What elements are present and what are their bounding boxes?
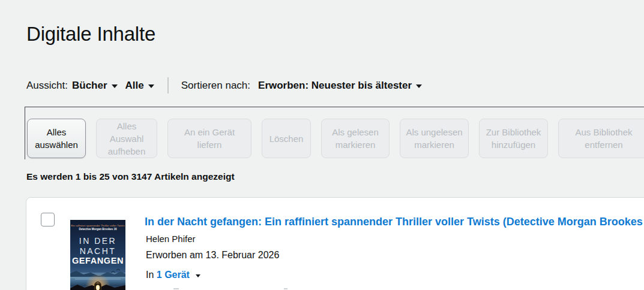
bulk-actions-row: Alles auswählen Alles Auswahl aufheben A…	[27, 119, 644, 158]
view-scope-dropdown[interactable]: Alle	[125, 80, 154, 92]
view-type-value: Bücher	[72, 80, 107, 92]
chevron-down-icon	[416, 84, 422, 88]
delete-button: Löschen	[262, 119, 311, 158]
remove-from-library-button: Aus Bibliothek entfernen	[558, 119, 644, 158]
cover-tagline: Ein raffiniert spannender Thriller volle…	[70, 224, 125, 227]
book-author: Helen Phifer	[146, 234, 196, 244]
filter-sort-bar: Aussicht: Bücher Alle Sortieren nach: Er…	[26, 77, 422, 93]
sort-group: Sortieren nach:	[181, 80, 254, 92]
deliver-to-device-button: An ein Gerät liefern	[167, 119, 251, 158]
cover-title-line-1: IN DER	[70, 236, 125, 246]
chevron-down-icon	[112, 84, 118, 88]
view-type-dropdown[interactable]: Bücher	[72, 80, 118, 92]
chevron-down-icon[interactable]	[196, 274, 200, 277]
device-count-link[interactable]: 1 Gerät	[157, 270, 190, 280]
sort-label: Sortieren nach:	[181, 80, 250, 91]
mark-as-unread-button: Als ungelesen markieren	[400, 119, 469, 158]
acquired-date-text: Erworben am 13. Februar 2026	[146, 250, 279, 261]
devices-row: In 1 Gerät	[146, 270, 200, 280]
cover-title-line-3: GEFANGEN	[70, 256, 125, 265]
page-title: Digitale Inhalte	[26, 23, 155, 46]
add-to-library-button: Zur Bibliothek hinzufügen	[479, 119, 548, 158]
view-scope-value: Alle	[125, 80, 144, 92]
sort-dropdown[interactable]: Erworben: Neuester bis ältester	[258, 80, 422, 92]
bulk-actions-toolbar: Alles auswählen Alles Auswahl aufheben A…	[25, 107, 644, 159]
book-cover-thumbnail[interactable]: Ein raffiniert spannender Thriller volle…	[70, 220, 125, 290]
vertical-divider	[167, 77, 169, 93]
devices-prefix: In	[146, 270, 154, 280]
view-label: Aussicht:	[26, 80, 68, 92]
cover-series-text: Detective Morgan Brookes 16	[70, 228, 125, 231]
item-checkbox[interactable]	[41, 213, 55, 226]
chevron-down-icon	[148, 84, 154, 88]
sort-value: Erworben: Neuester bis ältester	[258, 80, 412, 92]
cover-scenery-art	[70, 268, 125, 290]
book-title-link[interactable]: In der Nacht gefangen: Ein raffiniert sp…	[145, 216, 644, 228]
clipped-next-row-hint	[284, 288, 287, 289]
results-count-text: Es werden 1 bis 25 von 3147 Artikeln ang…	[26, 171, 235, 182]
mark-as-read-button: Als gelesen markieren	[321, 119, 390, 158]
content-item-card: Ein raffiniert spannender Thriller volle…	[26, 197, 644, 290]
cover-title-line-2: NACHT	[70, 246, 125, 256]
deselect-all-button: Alles Auswahl aufheben	[96, 119, 157, 158]
clipped-next-row-hint	[173, 288, 179, 289]
select-all-button[interactable]: Alles auswählen	[27, 119, 86, 158]
digital-content-page: Digitale Inhalte Aussicht: Bücher Alle S…	[0, 0, 644, 290]
